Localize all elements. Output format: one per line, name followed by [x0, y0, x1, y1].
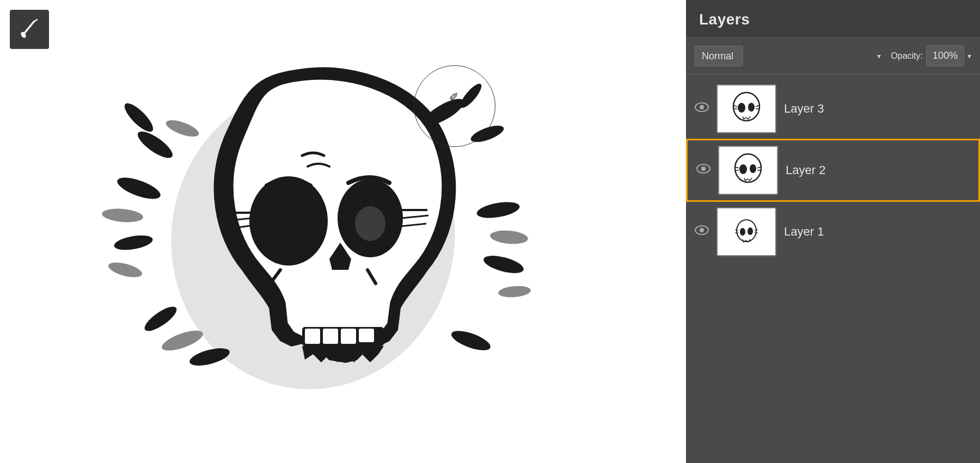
- svg-rect-29: [341, 329, 356, 344]
- svg-point-25: [355, 206, 385, 241]
- svg-point-6: [457, 81, 485, 110]
- svg-rect-30: [359, 329, 374, 342]
- svg-point-58: [740, 228, 745, 236]
- svg-point-59: [748, 227, 753, 235]
- svg-point-11: [449, 326, 493, 354]
- svg-point-57: [737, 220, 756, 242]
- layer-3-thumbnail: [716, 84, 776, 133]
- layers-panel-title: Layers: [699, 11, 750, 28]
- layer-3-name: Layer 3: [784, 102, 824, 116]
- blend-mode-wrapper: Normal Multiply Screen Overlay Darken Li…: [695, 46, 886, 66]
- svg-point-13: [101, 207, 144, 224]
- layer-2-thumbnail: [718, 146, 778, 195]
- svg-point-7: [475, 199, 520, 220]
- layer-1-visibility-toggle[interactable]: [695, 225, 709, 239]
- svg-point-19: [160, 326, 205, 355]
- layer-2-name: Layer 2: [786, 163, 825, 177]
- layer-item-1[interactable]: Layer 1: [686, 202, 980, 262]
- layer-1-name: Layer 1: [784, 225, 824, 239]
- svg-rect-27: [305, 329, 320, 344]
- tool-icon-button[interactable]: [10, 10, 49, 49]
- opacity-control: Opacity: 100% ▾: [891, 45, 971, 66]
- opacity-label: Opacity:: [891, 51, 923, 61]
- skull-illustration: [74, 25, 564, 439]
- svg-point-39: [733, 92, 759, 121]
- svg-line-2: [34, 20, 37, 22]
- svg-point-9: [482, 252, 525, 276]
- svg-point-14: [113, 232, 154, 252]
- svg-point-41: [748, 103, 755, 112]
- layer-3-visibility-toggle[interactable]: [695, 102, 709, 116]
- svg-point-47: [701, 166, 706, 171]
- svg-point-40: [738, 103, 745, 113]
- canvas-area[interactable]: ✏: [0, 0, 686, 463]
- svg-point-10: [498, 285, 531, 298]
- svg-point-5: [469, 122, 506, 145]
- opacity-dropdown-arrow[interactable]: ▾: [967, 52, 971, 60]
- svg-point-23: [257, 187, 320, 261]
- layer-item-3[interactable]: Layer 3: [686, 79, 980, 139]
- svg-point-38: [700, 105, 704, 109]
- svg-point-50: [750, 164, 756, 173]
- layer-1-thumbnail: [716, 207, 776, 256]
- svg-rect-28: [323, 329, 338, 344]
- svg-line-0: [24, 22, 34, 34]
- layer-2-visibility-toggle[interactable]: [696, 163, 710, 177]
- layers-panel: Layers Normal Multiply Screen Overlay Da…: [686, 0, 980, 463]
- layers-controls: Normal Multiply Screen Overlay Darken Li…: [686, 38, 980, 75]
- layers-panel-header: Layers: [686, 0, 980, 38]
- svg-point-8: [489, 229, 529, 245]
- blend-mode-select[interactable]: Normal Multiply Screen Overlay Darken Li…: [695, 46, 743, 66]
- svg-point-20: [141, 303, 180, 335]
- opacity-value[interactable]: 100%: [926, 45, 964, 66]
- svg-point-15: [107, 260, 144, 280]
- svg-point-17: [164, 116, 201, 140]
- layers-list: Layer 3: [686, 75, 980, 463]
- svg-point-12: [115, 173, 163, 203]
- brush-tool-icon: [17, 17, 41, 41]
- svg-point-56: [700, 228, 704, 232]
- svg-point-16: [134, 127, 176, 162]
- svg-point-49: [739, 164, 747, 174]
- svg-point-48: [735, 154, 761, 182]
- svg-point-18: [121, 99, 157, 135]
- layer-item-2[interactable]: Layer 2: [686, 139, 980, 202]
